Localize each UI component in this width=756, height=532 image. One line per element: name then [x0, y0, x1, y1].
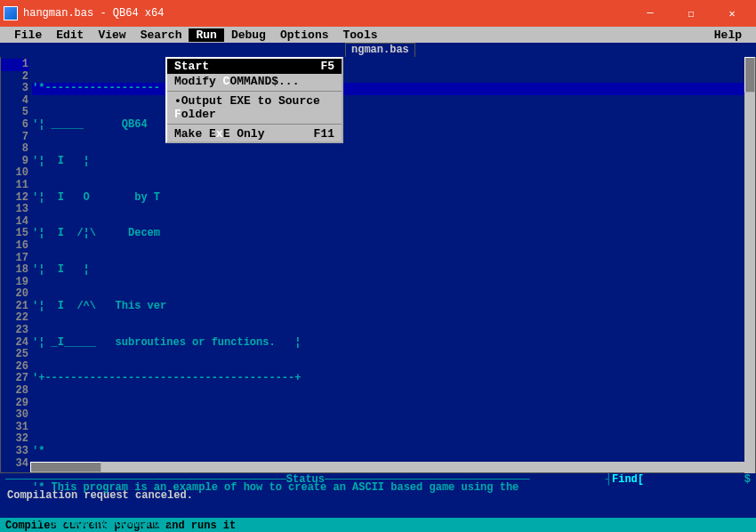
menu-item-modify-command[interactable]: Modify COMMAND$...	[167, 74, 342, 89]
scroll-thumb-v[interactable]	[744, 57, 755, 93]
menu-search[interactable]: Search	[133, 28, 189, 42]
editor[interactable]: 1234567891011121314151617181920212223242…	[0, 57, 756, 473]
titlebar: hangman.bas - QB64 x64 ─ ☐ ✕	[0, 0, 756, 27]
scrollbar-horizontal[interactable]	[30, 462, 744, 472]
minimize-button[interactable]: ─	[630, 0, 671, 27]
tabbar: ngman.bas	[0, 43, 756, 57]
menu-edit[interactable]: Edit	[49, 28, 91, 42]
scroll-thumb-h[interactable]	[30, 462, 101, 472]
menu-options[interactable]: Options	[273, 28, 336, 42]
menu-view[interactable]: View	[91, 28, 133, 42]
menu-item-start[interactable]: StartF5	[167, 59, 342, 74]
menubar: File Edit View Search Run Debug Options …	[0, 27, 756, 43]
tab-file[interactable]: ngman.bas	[345, 43, 415, 57]
menu-help[interactable]: Help	[707, 28, 749, 42]
menu-item-output-exe[interactable]: •Output EXE to Source Folder	[167, 93, 342, 122]
menu-tools[interactable]: Tools	[336, 28, 385, 42]
menu-item-make-exe[interactable]: Make ExE OnlyF11	[167, 126, 342, 141]
run-dropdown: StartF5 Modify COMMAND$... •Output EXE t…	[165, 57, 343, 143]
window-title: hangman.bas - QB64 x64	[23, 7, 630, 20]
maximize-button[interactable]: ☐	[671, 0, 712, 27]
code-area[interactable]: '*------------------ '¦ _____ QB64 '¦ I …	[30, 57, 755, 472]
menu-debug[interactable]: Debug	[224, 28, 273, 42]
gutter: 1234567891011121314151617181920212223242…	[1, 57, 30, 472]
scrollbar-vertical[interactable]	[744, 57, 755, 473]
close-button[interactable]: ✕	[712, 0, 752, 27]
app-icon	[4, 6, 18, 20]
menu-file[interactable]: File	[7, 28, 49, 42]
menu-run[interactable]: Run	[189, 28, 223, 42]
